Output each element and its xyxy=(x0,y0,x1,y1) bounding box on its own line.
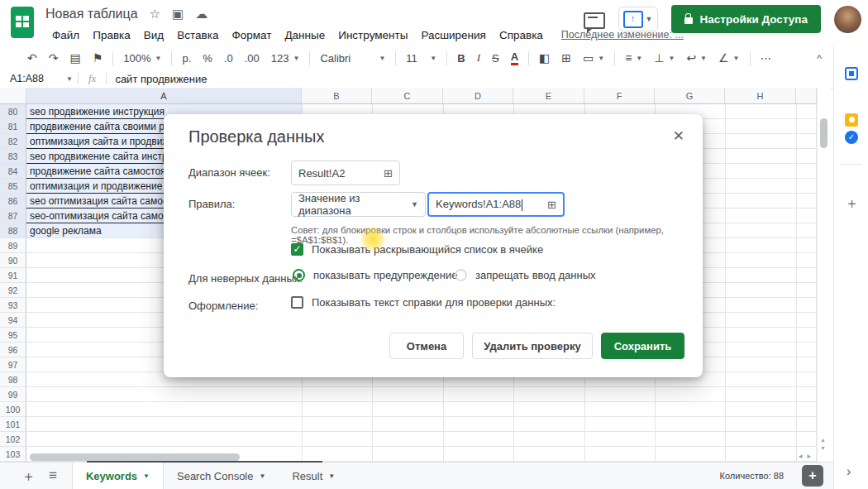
comment-history-icon[interactable] xyxy=(584,12,605,29)
horizontal-scrollbar-thumb[interactable] xyxy=(30,453,240,461)
cell-area[interactable] xyxy=(302,432,817,447)
close-icon[interactable]: ✕ xyxy=(673,127,684,145)
row-header-99[interactable]: 99 xyxy=(0,387,26,402)
collapse-panel-icon[interactable]: › xyxy=(847,464,851,479)
cell-A102[interactable] xyxy=(26,432,302,447)
decrease-decimal-button[interactable]: .0 xyxy=(218,50,239,67)
scroll-down-icon[interactable]: ▼ xyxy=(820,445,826,451)
criteria-range-input[interactable]: Keywords!A1:A88 ⊞ xyxy=(427,192,565,217)
menu-item-4[interactable]: Формат xyxy=(225,27,278,43)
fill-color-icon[interactable]: ◧ xyxy=(533,49,556,67)
column-header-E[interactable]: E xyxy=(513,88,584,104)
row-header-98[interactable]: 98 xyxy=(0,372,26,387)
count-badge[interactable]: Количество: 88 xyxy=(720,471,784,481)
cell-area[interactable] xyxy=(302,417,817,432)
help-text-option[interactable]: Показывать текст справки для проверки да… xyxy=(291,296,556,309)
present-to-meet-button[interactable]: ↑ ▼ xyxy=(618,7,658,31)
menu-item-1[interactable]: Правка xyxy=(86,27,137,43)
row-header-85[interactable]: 85 xyxy=(0,179,26,194)
radio-unselected-icon[interactable] xyxy=(455,269,467,281)
paint-format-icon[interactable]: ⚑ xyxy=(87,49,109,67)
menu-item-5[interactable]: Данные xyxy=(278,27,331,43)
row-header-84[interactable]: 84 xyxy=(0,164,26,179)
percent-format-button[interactable]: % xyxy=(197,50,218,67)
cell-A99[interactable] xyxy=(26,387,302,402)
row-header-87[interactable]: 87 xyxy=(0,209,26,223)
row-header-88[interactable]: 88 xyxy=(0,223,26,238)
cell-area[interactable] xyxy=(302,402,817,417)
text-color-button[interactable]: A xyxy=(505,48,524,68)
row-header-102[interactable]: 102 xyxy=(0,432,26,447)
keep-icon[interactable] xyxy=(845,113,858,127)
select-range-icon[interactable]: ⊞ xyxy=(384,167,393,180)
row-header-86[interactable]: 86 xyxy=(0,194,26,209)
zoom-select[interactable]: 100%▼ xyxy=(117,50,167,67)
row-header-91[interactable]: 91 xyxy=(0,268,26,283)
borders-icon[interactable]: ⊞ xyxy=(556,49,577,67)
select-range-icon[interactable]: ⊞ xyxy=(547,199,556,211)
cell-area[interactable] xyxy=(302,447,817,462)
row-header-92[interactable]: 92 xyxy=(0,283,26,298)
text-wrap-icon[interactable]: ↩▼ xyxy=(680,49,713,67)
select-all-corner[interactable] xyxy=(0,88,26,104)
tab-result[interactable]: Result▼ xyxy=(279,463,348,489)
undo-icon[interactable]: ↶ xyxy=(21,49,43,67)
scroll-up-icon[interactable]: ▲ xyxy=(820,437,826,443)
menu-item-0[interactable]: Файл xyxy=(45,27,86,43)
column-header-A[interactable]: A xyxy=(26,88,302,104)
save-button[interactable]: Сохранить xyxy=(601,333,684,359)
sheets-logo-icon[interactable] xyxy=(11,7,34,38)
document-title[interactable]: Новая таблица xyxy=(45,7,138,22)
menu-item-8[interactable]: Справка xyxy=(493,27,550,43)
row-header-95[interactable]: 95 xyxy=(0,328,26,343)
criteria-dropdown[interactable]: Значение из диапазона ▼ xyxy=(291,192,426,217)
column-header-G[interactable]: G xyxy=(655,88,725,104)
row-header-80[interactable]: 80 xyxy=(0,104,26,119)
add-sheet-icon[interactable]: ＋ xyxy=(21,467,36,486)
merge-cells-icon[interactable]: ▭▼ xyxy=(577,49,610,67)
show-dropdown-option[interactable]: ✓ Показывать раскрывающийся список в яче… xyxy=(291,243,543,256)
toolbar-collapse-icon[interactable]: ^ xyxy=(817,52,822,65)
row-header-96[interactable]: 96 xyxy=(0,343,26,357)
checkbox-checked-icon[interactable]: ✓ xyxy=(291,243,303,256)
menu-item-6[interactable]: Инструменты xyxy=(331,27,414,43)
column-header-F[interactable]: F xyxy=(584,88,655,104)
row-header-90[interactable]: 90 xyxy=(0,253,26,268)
row-header-93[interactable]: 93 xyxy=(0,298,26,313)
formula-input[interactable]: сайт продвижение xyxy=(107,73,207,85)
row-header-81[interactable]: 81 xyxy=(0,119,26,134)
horizontal-align-icon[interactable]: ≡▼ xyxy=(619,49,648,67)
italic-button[interactable]: I xyxy=(471,49,486,67)
bold-button[interactable]: B xyxy=(451,50,470,67)
vertical-scrollbar-thumb[interactable] xyxy=(820,118,827,148)
row-header-97[interactable]: 97 xyxy=(0,357,26,372)
vertical-align-icon[interactable]: ⊥▼ xyxy=(648,49,680,67)
column-header-C[interactable]: C xyxy=(372,88,443,104)
row-header-103[interactable]: 103 xyxy=(0,447,26,462)
strikethrough-button[interactable]: S xyxy=(486,50,505,67)
name-box[interactable]: A1:A88 ▼ xyxy=(0,73,78,84)
tasks-icon[interactable]: ✓ xyxy=(845,131,858,144)
star-icon[interactable]: ☆ xyxy=(150,7,160,22)
horizontal-scroll-arrows[interactable]: ◂▸ xyxy=(799,452,816,460)
add-addon-icon[interactable]: ＋ xyxy=(845,194,859,213)
menu-item-3[interactable]: Вставка xyxy=(170,27,225,43)
row-header-100[interactable]: 100 xyxy=(0,402,26,417)
more-formats-button[interactable]: 123▼ xyxy=(265,50,306,67)
font-size-select[interactable]: 11▼ xyxy=(400,50,442,67)
currency-format-button[interactable]: р. xyxy=(176,50,197,67)
more-tools-icon[interactable]: ⋯ xyxy=(755,49,778,67)
cell-range-input[interactable]: Result!A2 ⊞ xyxy=(291,161,400,185)
cell-A100[interactable] xyxy=(26,402,302,417)
row-header-89[interactable]: 89 xyxy=(0,238,26,253)
warn-radio-option[interactable]: показывать предупреждение xyxy=(293,269,458,281)
move-folder-icon[interactable]: ▣ xyxy=(172,7,184,22)
checkbox-unchecked-icon[interactable] xyxy=(291,296,303,309)
explore-icon[interactable]: + xyxy=(802,465,823,487)
font-select[interactable]: Calibri▼ xyxy=(314,50,391,67)
menu-item-7[interactable]: Расширения xyxy=(414,27,493,43)
all-sheets-icon[interactable]: ≡ xyxy=(49,467,57,484)
increase-decimal-button[interactable]: .00 xyxy=(239,50,265,67)
radio-selected-icon[interactable] xyxy=(293,269,305,281)
menu-item-2[interactable]: Вид xyxy=(137,27,170,43)
